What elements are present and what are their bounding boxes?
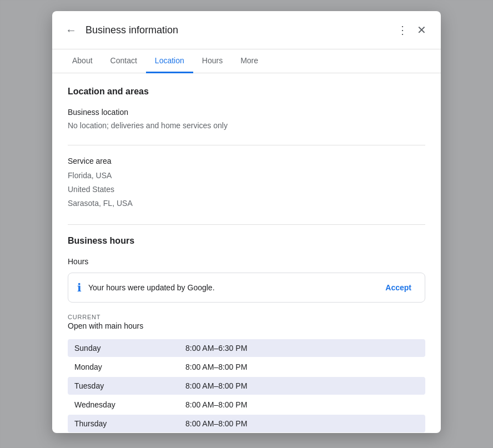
open-status: Open with main hours — [68, 321, 425, 330]
business-info-modal: ← Business information ⋮ ✕ About Contact… — [52, 11, 441, 433]
table-row: Tuesday 8:00 AM–8:00 PM — [68, 377, 425, 395]
location-section: Location and areas Business location No … — [68, 87, 425, 211]
service-area-subsection: Service area Florida, USA United States … — [68, 157, 425, 211]
tab-about[interactable]: About — [63, 49, 102, 73]
day-thursday: Thursday — [74, 419, 185, 428]
hours-thursday: 8:00 AM–8:00 PM — [185, 419, 247, 428]
modal-header: ← Business information ⋮ ✕ — [52, 11, 441, 49]
modal-overlay: ← Business information ⋮ ✕ About Contact… — [0, 0, 493, 448]
location-heading: Location and areas — [68, 87, 425, 97]
tabs-container: About Contact Location Hours More — [52, 49, 441, 73]
table-row: Wednesday 8:00 AM–8:00 PM — [68, 396, 425, 414]
service-area-line-3: Sarasota, FL, USA — [68, 197, 425, 210]
modal-title: Business information — [85, 24, 391, 36]
table-row: Thursday 8:00 AM–8:00 PM — [68, 415, 425, 432]
day-wednesday: Wednesday — [74, 400, 185, 409]
hours-monday: 8:00 AM–8:00 PM — [185, 363, 247, 371]
day-monday: Monday — [74, 363, 185, 371]
hours-sunday: 8:00 AM–6:30 PM — [185, 344, 247, 353]
back-icon: ← — [66, 24, 77, 37]
more-icon: ⋮ — [397, 23, 408, 37]
business-location-label: Business location — [68, 108, 425, 117]
hours-heading: Business hours — [68, 236, 425, 246]
tab-location[interactable]: Location — [146, 49, 193, 73]
hours-tuesday: 8:00 AM–8:00 PM — [185, 381, 247, 390]
hours-label: Hours — [68, 257, 425, 266]
service-area-line-1: Florida, USA — [68, 169, 425, 183]
table-row: Sunday 8:00 AM–6:30 PM — [68, 339, 425, 357]
day-sunday: Sunday — [74, 344, 185, 353]
tab-more[interactable]: More — [232, 49, 267, 73]
business-location-value: No location; deliveries and home service… — [68, 120, 425, 132]
hours-wednesday: 8:00 AM–8:00 PM — [185, 400, 247, 409]
service-area-lines: Florida, USA United States Sarasota, FL,… — [68, 169, 425, 211]
close-icon: ✕ — [417, 23, 426, 37]
divider-2 — [68, 224, 425, 225]
tab-contact[interactable]: Contact — [102, 49, 146, 73]
close-button[interactable]: ✕ — [414, 20, 430, 40]
modal-body[interactable]: Location and areas Business location No … — [52, 73, 441, 433]
day-tuesday: Tuesday — [74, 381, 185, 390]
accept-button[interactable]: Accept — [381, 281, 416, 294]
hours-update-notice: ℹ Your hours were updated by Google. Acc… — [68, 273, 425, 303]
service-area-label: Service area — [68, 157, 425, 165]
hours-section: Business hours Hours ℹ Your hours were u… — [68, 236, 425, 432]
tab-hours[interactable]: Hours — [193, 49, 232, 73]
table-row: Monday 8:00 AM–8:00 PM — [68, 358, 425, 376]
service-area-line-2: United States — [68, 183, 425, 197]
divider-1 — [68, 145, 425, 145]
back-button[interactable]: ← — [63, 22, 79, 39]
more-options-button[interactable]: ⋮ — [394, 20, 411, 40]
current-label: CURRENT — [68, 314, 425, 320]
notice-text: Your hours were updated by Google. — [88, 283, 374, 292]
info-icon: ℹ — [77, 281, 82, 294]
hours-schedule: Sunday 8:00 AM–6:30 PM Monday 8:00 AM–8:… — [68, 339, 425, 432]
business-location-subsection: Business location No location; deliverie… — [68, 108, 425, 132]
